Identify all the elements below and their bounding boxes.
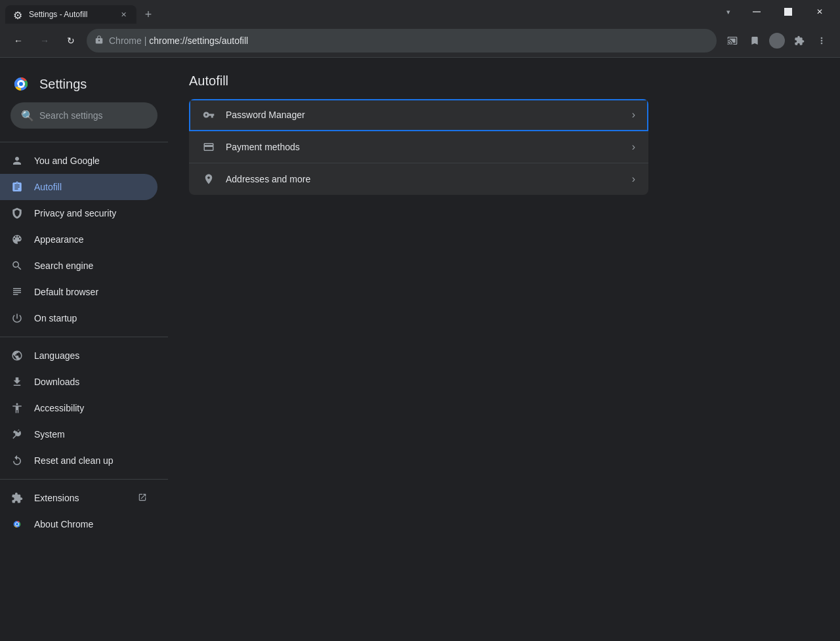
svg-point-9 xyxy=(16,523,18,526)
password-manager-row[interactable]: Password Manager › xyxy=(189,99,648,131)
power-icon xyxy=(10,312,24,325)
minimize-button[interactable] xyxy=(742,1,772,22)
tab-strip: ⚙ Settings - Autofill ✕ + xyxy=(5,0,713,24)
addresses-row[interactable]: Addresses and more › xyxy=(189,163,648,195)
profile-button[interactable] xyxy=(766,30,788,51)
refresh-button[interactable]: ↻ xyxy=(60,30,81,51)
sidebar-item-reset[interactable]: Reset and clean up xyxy=(0,447,158,474)
shield-icon xyxy=(10,207,24,220)
puzzle-icon xyxy=(10,491,24,505)
sidebar-search-wrap: 🔍 xyxy=(0,102,168,136)
sidebar-label-autofill: Autofill xyxy=(34,182,62,192)
window-controls: ✕ xyxy=(742,1,835,22)
sidebar-item-default-browser[interactable]: Default browser xyxy=(0,279,158,305)
sidebar-label-system: System xyxy=(34,429,65,440)
sidebar-divider-top xyxy=(0,142,168,142)
sidebar-label-accessibility: Accessibility xyxy=(34,403,84,413)
payment-methods-chevron: › xyxy=(632,141,635,153)
location-icon xyxy=(202,173,215,186)
sidebar: Settings 🔍 You and Google xyxy=(0,58,168,641)
key-icon xyxy=(202,108,215,121)
security-icon xyxy=(94,35,104,46)
autofill-title: Autofill xyxy=(189,73,819,89)
sidebar-item-about-chrome[interactable]: About Chrome xyxy=(0,511,158,537)
bookmark-button[interactable] xyxy=(744,30,765,51)
tab-close-button[interactable]: ✕ xyxy=(118,9,129,20)
page-content: Settings 🔍 You and Google xyxy=(0,58,840,641)
settings-header: Settings xyxy=(0,63,168,102)
tab-search-button[interactable]: ▾ xyxy=(718,1,739,22)
sidebar-item-languages[interactable]: Languages xyxy=(0,342,158,369)
active-tab[interactable]: ⚙ Settings - Autofill ✕ xyxy=(5,5,136,24)
svg-rect-0 xyxy=(753,11,761,12)
wrench-icon xyxy=(10,428,24,441)
sidebar-item-search-engine[interactable]: Search engine xyxy=(0,253,158,279)
sidebar-item-downloads[interactable]: Downloads xyxy=(0,369,158,395)
sidebar-item-accessibility[interactable]: Accessibility xyxy=(0,395,158,421)
tab-title: Settings - Autofill xyxy=(29,10,113,19)
forward-button[interactable]: → xyxy=(34,30,55,51)
addresses-label: Addresses and more xyxy=(226,174,632,184)
svg-rect-1 xyxy=(785,9,792,16)
sidebar-label-extensions: Extensions xyxy=(34,493,79,503)
password-manager-label: Password Manager xyxy=(226,110,632,120)
person-icon xyxy=(10,154,24,167)
toolbar-right xyxy=(722,30,832,51)
download-icon xyxy=(10,375,24,388)
chrome-logo-icon xyxy=(10,73,32,94)
close-button[interactable]: ✕ xyxy=(805,1,835,22)
accessibility-icon xyxy=(10,402,24,415)
sidebar-item-on-startup[interactable]: On startup xyxy=(0,305,158,331)
autofill-card: Password Manager › Payment methods › xyxy=(189,99,648,195)
search-engine-icon xyxy=(10,259,24,272)
maximize-button[interactable] xyxy=(773,1,803,22)
address-url: chrome:// xyxy=(149,35,187,46)
sidebar-divider-bottom xyxy=(0,479,168,480)
settings-search-bar[interactable]: 🔍 xyxy=(10,102,158,129)
main-content: Autofill Password Manager › Payment meth… xyxy=(168,58,840,641)
sidebar-item-autofill[interactable]: Autofill xyxy=(0,174,158,200)
address-text: Chrome | chrome://settings/autofill xyxy=(109,35,709,46)
external-link-icon xyxy=(138,493,147,504)
sidebar-label-on-startup: On startup xyxy=(34,313,77,323)
sidebar-label-about-chrome: About Chrome xyxy=(34,519,93,529)
sidebar-label-languages: Languages xyxy=(34,350,79,361)
sidebar-item-extensions[interactable]: Extensions xyxy=(0,485,158,511)
sidebar-label-default-browser: Default browser xyxy=(34,287,98,297)
search-input[interactable] xyxy=(39,110,154,121)
assignment-icon xyxy=(10,180,24,194)
payment-methods-label: Payment methods xyxy=(226,142,632,152)
address-bar[interactable]: Chrome | chrome://settings/autofill xyxy=(87,29,717,52)
sidebar-item-you-and-google[interactable]: You and Google xyxy=(0,148,158,174)
nav-bar: ← → ↻ Chrome | chrome://settings/autofil… xyxy=(0,24,840,58)
sidebar-divider-middle xyxy=(0,337,168,337)
extensions-button[interactable] xyxy=(789,30,810,51)
password-manager-chevron: › xyxy=(632,109,635,121)
svg-point-6 xyxy=(19,82,23,86)
menu-button[interactable] xyxy=(811,30,832,51)
about-chrome-icon xyxy=(10,518,24,531)
browser-icon xyxy=(10,285,24,299)
sidebar-label-privacy: Privacy and security xyxy=(34,208,116,218)
browser-frame: ⚙ Settings - Autofill ✕ + ▾ ✕ ← → ↻ xyxy=(0,0,840,641)
back-button[interactable]: ← xyxy=(8,30,29,51)
sidebar-label-downloads: Downloads xyxy=(34,377,79,387)
reset-icon xyxy=(10,454,24,467)
sidebar-label-appearance: Appearance xyxy=(34,234,84,245)
sidebar-label-you-and-google: You and Google xyxy=(34,155,100,166)
sidebar-label-search-engine: Search engine xyxy=(34,260,93,271)
settings-page-title: Settings xyxy=(39,77,87,92)
cast-button[interactable] xyxy=(722,30,743,51)
tab-favicon: ⚙ xyxy=(13,9,24,20)
new-tab-button[interactable]: + xyxy=(139,5,158,24)
sidebar-item-system[interactable]: System xyxy=(0,421,158,447)
palette-icon xyxy=(10,233,24,246)
address-chrome-label: Chrome xyxy=(109,35,142,46)
creditcard-icon xyxy=(202,140,215,154)
sidebar-item-appearance[interactable]: Appearance xyxy=(0,226,158,253)
search-icon: 🔍 xyxy=(21,110,34,122)
globe-icon xyxy=(10,349,24,362)
addresses-chevron: › xyxy=(632,173,635,185)
sidebar-item-privacy-security[interactable]: Privacy and security xyxy=(0,200,158,226)
payment-methods-row[interactable]: Payment methods › xyxy=(189,131,648,163)
